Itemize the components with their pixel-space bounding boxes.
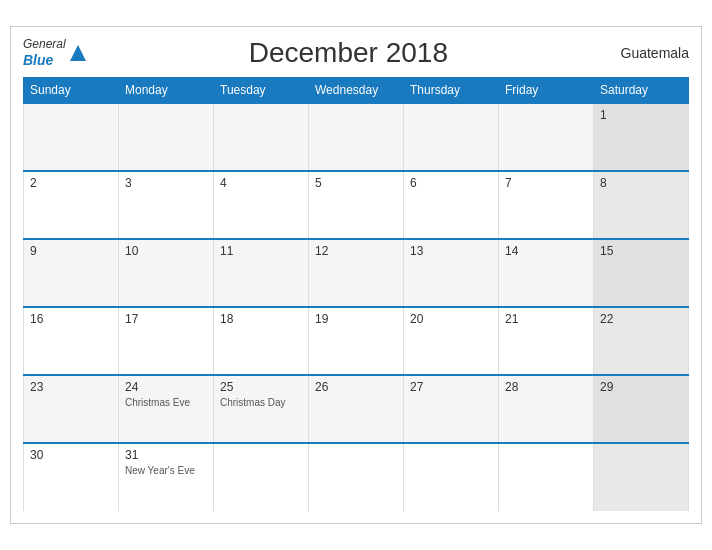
day-number: 7 (505, 176, 587, 190)
calendar-title: December 2018 (88, 37, 609, 69)
calendar-cell (594, 443, 689, 511)
header-saturday: Saturday (594, 78, 689, 104)
calendar-week-5: 2324Christmas Eve25Christmas Day26272829 (24, 375, 689, 443)
calendar-cell: 11 (214, 239, 309, 307)
header-monday: Monday (119, 78, 214, 104)
day-number: 10 (125, 244, 207, 258)
day-number: 22 (600, 312, 682, 326)
calendar-cell: 21 (499, 307, 594, 375)
day-number: 2 (30, 176, 112, 190)
header-friday: Friday (499, 78, 594, 104)
calendar-cell (24, 103, 119, 171)
day-number: 18 (220, 312, 302, 326)
calendar-header-row: Sunday Monday Tuesday Wednesday Thursday… (24, 78, 689, 104)
calendar-body: 123456789101112131415161718192021222324C… (24, 103, 689, 511)
day-number: 15 (600, 244, 682, 258)
calendar-week-1: 1 (24, 103, 689, 171)
calendar-cell: 6 (404, 171, 499, 239)
calendar-week-2: 2345678 (24, 171, 689, 239)
logo-blue: Blue (23, 52, 66, 69)
calendar-cell: 23 (24, 375, 119, 443)
calendar-cell: 1 (594, 103, 689, 171)
day-number: 25 (220, 380, 302, 394)
logo-icon (68, 43, 88, 63)
calendar-cell: 13 (404, 239, 499, 307)
calendar-cell (214, 443, 309, 511)
header-sunday: Sunday (24, 78, 119, 104)
calendar-cell: 9 (24, 239, 119, 307)
calendar-header: General Blue December 2018 Guatemala (23, 37, 689, 69)
header-wednesday: Wednesday (309, 78, 404, 104)
logo-general: General (23, 37, 66, 51)
header-thursday: Thursday (404, 78, 499, 104)
day-number: 3 (125, 176, 207, 190)
day-number: 16 (30, 312, 112, 326)
day-number: 31 (125, 448, 207, 462)
calendar-cell: 16 (24, 307, 119, 375)
day-number: 14 (505, 244, 587, 258)
calendar-cell: 14 (499, 239, 594, 307)
calendar-container: General Blue December 2018 Guatemala Sun… (10, 26, 702, 524)
holiday-name: Christmas Day (220, 396, 302, 409)
calendar-cell: 18 (214, 307, 309, 375)
calendar-week-4: 16171819202122 (24, 307, 689, 375)
calendar-table: Sunday Monday Tuesday Wednesday Thursday… (23, 77, 689, 511)
svg-marker-0 (70, 45, 86, 61)
calendar-cell (214, 103, 309, 171)
day-number: 29 (600, 380, 682, 394)
header-tuesday: Tuesday (214, 78, 309, 104)
calendar-cell (404, 443, 499, 511)
calendar-cell: 31New Year's Eve (119, 443, 214, 511)
calendar-cell (119, 103, 214, 171)
day-number: 1 (600, 108, 682, 122)
day-number: 20 (410, 312, 492, 326)
day-number: 5 (315, 176, 397, 190)
holiday-name: New Year's Eve (125, 464, 207, 477)
calendar-week-3: 9101112131415 (24, 239, 689, 307)
calendar-cell: 27 (404, 375, 499, 443)
weekday-header-row: Sunday Monday Tuesday Wednesday Thursday… (24, 78, 689, 104)
calendar-cell: 29 (594, 375, 689, 443)
day-number: 13 (410, 244, 492, 258)
country-name: Guatemala (609, 45, 689, 61)
day-number: 27 (410, 380, 492, 394)
logo: General Blue (23, 37, 88, 68)
day-number: 26 (315, 380, 397, 394)
day-number: 24 (125, 380, 207, 394)
calendar-cell (499, 443, 594, 511)
day-number: 28 (505, 380, 587, 394)
calendar-cell: 28 (499, 375, 594, 443)
day-number: 9 (30, 244, 112, 258)
calendar-cell: 7 (499, 171, 594, 239)
calendar-cell (404, 103, 499, 171)
calendar-cell: 19 (309, 307, 404, 375)
calendar-cell: 25Christmas Day (214, 375, 309, 443)
calendar-cell: 30 (24, 443, 119, 511)
calendar-cell (309, 443, 404, 511)
calendar-cell: 3 (119, 171, 214, 239)
calendar-cell: 17 (119, 307, 214, 375)
day-number: 6 (410, 176, 492, 190)
day-number: 17 (125, 312, 207, 326)
calendar-week-6: 3031New Year's Eve (24, 443, 689, 511)
day-number: 11 (220, 244, 302, 258)
day-number: 23 (30, 380, 112, 394)
calendar-cell: 15 (594, 239, 689, 307)
calendar-cell (309, 103, 404, 171)
holiday-name: Christmas Eve (125, 396, 207, 409)
calendar-cell: 12 (309, 239, 404, 307)
calendar-cell: 26 (309, 375, 404, 443)
day-number: 12 (315, 244, 397, 258)
day-number: 21 (505, 312, 587, 326)
calendar-cell (499, 103, 594, 171)
calendar-cell: 2 (24, 171, 119, 239)
calendar-cell: 22 (594, 307, 689, 375)
calendar-cell: 4 (214, 171, 309, 239)
calendar-cell: 24Christmas Eve (119, 375, 214, 443)
calendar-cell: 8 (594, 171, 689, 239)
day-number: 8 (600, 176, 682, 190)
day-number: 19 (315, 312, 397, 326)
calendar-cell: 20 (404, 307, 499, 375)
day-number: 4 (220, 176, 302, 190)
calendar-cell: 10 (119, 239, 214, 307)
